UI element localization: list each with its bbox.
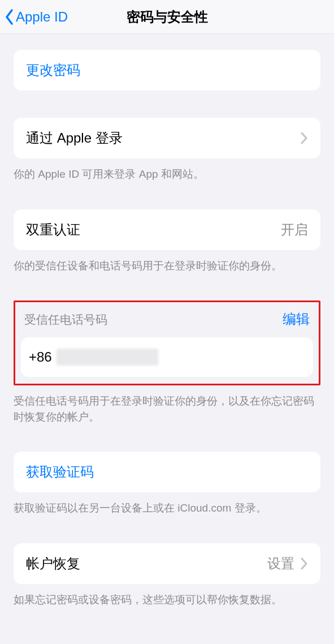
- trusted-number-section: 受信任电话号码 编辑 +86: [14, 300, 320, 385]
- back-button[interactable]: Apple ID: [0, 8, 68, 25]
- back-label: Apple ID: [16, 9, 68, 25]
- trusted-number-prefix: +86: [29, 349, 52, 365]
- nav-bar: Apple ID 密码与安全性: [0, 0, 334, 34]
- get-code-label: 获取验证码: [26, 463, 308, 481]
- get-code-cell[interactable]: 获取验证码: [14, 452, 320, 492]
- trusted-number-title: 受信任电话号码: [24, 312, 107, 328]
- sign-in-with-apple-footer: 你的 Apple ID 可用来登录 App 和网站。: [0, 158, 334, 182]
- two-factor-cell[interactable]: 双重认证 开启: [14, 209, 320, 250]
- trusted-number-redacted: [57, 349, 158, 366]
- change-password-label: 更改密码: [26, 61, 308, 79]
- two-factor-value: 开启: [281, 221, 308, 239]
- get-code-footer: 获取验证码以在另一台设备上或在 iCloud.com 登录。: [0, 492, 334, 516]
- account-recovery-label: 帐户恢复: [26, 555, 267, 573]
- change-password-cell[interactable]: 更改密码: [14, 50, 320, 91]
- chevron-right-icon: [300, 557, 308, 570]
- content: 更改密码 通过 Apple 登录 你的 Apple ID 可用来登录 App 和…: [0, 34, 334, 607]
- chevron-right-icon: [300, 132, 308, 144]
- chevron-left-icon: [5, 8, 15, 25]
- account-recovery-value: 设置: [267, 555, 294, 573]
- account-recovery-footer: 如果忘记密码或设备密码，这些选项可以帮你恢复数据。: [0, 584, 334, 608]
- trusted-number-header: 受信任电话号码 编辑: [21, 308, 313, 337]
- sign-in-with-apple-label: 通过 Apple 登录: [26, 129, 294, 147]
- trusted-number-edit-button[interactable]: 编辑: [283, 310, 310, 328]
- two-factor-label: 双重认证: [26, 221, 281, 239]
- two-factor-footer: 你的受信任设备和电话号码用于在登录时验证你的身份。: [0, 250, 334, 274]
- trusted-number-footer: 受信任电话号码用于在登录时验证你的身份，以及在你忘记密码时恢复你的帐户。: [0, 385, 334, 424]
- account-recovery-cell[interactable]: 帐户恢复 设置: [14, 543, 320, 584]
- sign-in-with-apple-cell[interactable]: 通过 Apple 登录: [14, 118, 320, 158]
- trusted-number-cell[interactable]: +86: [21, 337, 313, 377]
